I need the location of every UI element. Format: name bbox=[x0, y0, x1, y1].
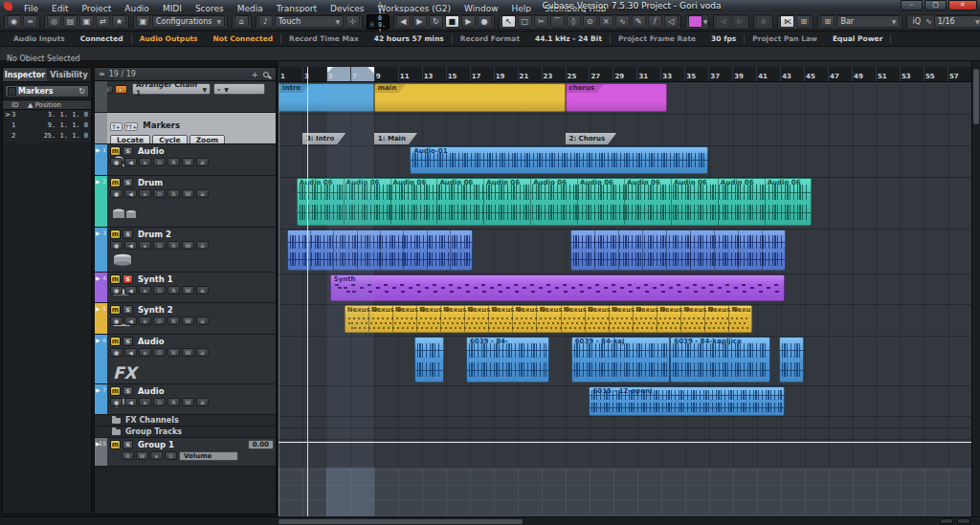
mute-tool[interactable]: × bbox=[599, 15, 613, 28]
audio-clip[interactable] bbox=[414, 337, 444, 383]
snap-type-button[interactable]: ⊞ bbox=[796, 15, 811, 28]
solo-button[interactable]: s bbox=[122, 386, 133, 396]
drum-2-clip[interactable] bbox=[570, 230, 787, 271]
color-dropdown-arrow[interactable]: ▼ bbox=[703, 18, 708, 25]
maximize-button[interactable]: ▢ bbox=[924, 0, 947, 11]
edit-channel-button[interactable]: e bbox=[139, 348, 151, 357]
freeze-button[interactable]: ⊙ bbox=[153, 398, 166, 406]
track-row-drum[interactable]: ▶2msDrum●◀e⊙RW≡ bbox=[95, 176, 276, 228]
freeze-button[interactable]: ⊙ bbox=[153, 286, 166, 295]
horizontal-scroll-thumb[interactable] bbox=[278, 519, 523, 524]
zoom-tool[interactable]: ⊙ bbox=[583, 15, 597, 28]
configurations-icon[interactable]: ▣ bbox=[136, 15, 150, 28]
automation-icon[interactable]: ♪ bbox=[258, 15, 273, 28]
freeze-button[interactable]: ⊙ bbox=[153, 317, 166, 325]
line-tool[interactable]: / bbox=[648, 15, 662, 28]
split-tool[interactable]: ✂ bbox=[534, 15, 548, 28]
go-to-next-marker-button[interactable]: ▶ bbox=[412, 15, 427, 28]
group-volume-automation-line[interactable] bbox=[278, 442, 971, 443]
arranger-icon[interactable]: ▸ bbox=[115, 85, 127, 94]
marker-table-header[interactable]: ID ▲ Position bbox=[3, 99, 91, 110]
synth-1-clip[interactable]: Synth bbox=[330, 274, 785, 301]
show-lanes-button[interactable]: ≡ bbox=[196, 317, 209, 325]
arranger-alt-select[interactable]: -▼ bbox=[213, 83, 265, 95]
show-lanes-button[interactable]: ≡ bbox=[196, 398, 209, 406]
locate-button[interactable]: Locate bbox=[110, 135, 150, 144]
glue-tool[interactable]: ⌒ bbox=[550, 15, 565, 28]
time-warp-tool[interactable]: ∿ bbox=[615, 15, 630, 28]
snap-on-off-button[interactable]: ⋉ bbox=[780, 15, 794, 28]
monitor-button[interactable]: ◀ bbox=[124, 398, 137, 406]
marker-table-row[interactable]: >33. 1. 1. 0 bbox=[3, 110, 91, 120]
track-row-synth-1[interactable]: ▶4msSynth 1●◀e⊙RW≡ bbox=[95, 273, 276, 303]
mute-button[interactable]: m bbox=[110, 440, 121, 449]
monitor-button[interactable]: ◀ bbox=[124, 317, 137, 325]
monitor-button[interactable]: ◀ bbox=[124, 189, 137, 198]
solo-button[interactable]: s bbox=[122, 305, 133, 315]
window-layout-button[interactable]: ▣ bbox=[79, 15, 94, 28]
quantize-select[interactable]: 1/16▼ bbox=[934, 15, 980, 28]
object-selection-tool[interactable]: ↖ bbox=[501, 15, 516, 28]
draw-tool[interactable]: ✎ bbox=[632, 15, 646, 28]
vertical-scroll-thumb[interactable] bbox=[973, 69, 979, 124]
tab-visibility[interactable]: Visibility bbox=[47, 68, 91, 81]
arranger-section-chorus[interactable]: chorus bbox=[566, 83, 667, 112]
configurations-select[interactable]: Configurations▼ bbox=[152, 15, 225, 28]
play-tool[interactable]: ◁ bbox=[664, 15, 679, 28]
add-cycle-marker-button[interactable]: TT+ bbox=[124, 122, 138, 131]
track-row-fx-channels[interactable]: FX Channels bbox=[95, 415, 276, 427]
show-lanes-button[interactable]: ≡ bbox=[196, 348, 209, 357]
solo-button[interactable]: s bbox=[122, 146, 133, 156]
color-tool-swatch[interactable] bbox=[688, 15, 702, 28]
edit-channel-button[interactable]: e bbox=[139, 189, 151, 198]
audio-clip[interactable]: 6039 - 84-kapljice bbox=[670, 337, 770, 383]
solo-button[interactable]: s bbox=[122, 230, 133, 239]
audio-clip[interactable]: 6039 - 84- bbox=[466, 337, 549, 383]
tab-inspector[interactable]: Inspector bbox=[3, 68, 47, 81]
write-automation-button[interactable]: W bbox=[136, 451, 148, 460]
constrain-delay-button[interactable]: ◎ bbox=[47, 15, 61, 28]
go-to-previous-marker-button[interactable]: ◀ bbox=[396, 15, 411, 28]
track-row-markers[interactable]: T+TT+MarkersLocateCycleZoom bbox=[95, 113, 276, 144]
read-automation-button[interactable]: R bbox=[167, 317, 180, 325]
automation-mode-select[interactable]: Touch▼ bbox=[275, 15, 344, 28]
activate-project-button[interactable]: ◉ bbox=[7, 15, 21, 28]
write-automation-button[interactable]: W bbox=[182, 348, 194, 357]
add-marker-button[interactable]: T+ bbox=[110, 122, 122, 131]
edit-channel-button[interactable]: e bbox=[139, 398, 151, 406]
group-volume-value[interactable]: 0.00 bbox=[248, 440, 274, 449]
mute-button[interactable]: m bbox=[110, 146, 121, 156]
record-enable-button[interactable]: ● bbox=[110, 398, 122, 406]
nudge-left-button[interactable]: ⊲ bbox=[716, 15, 730, 28]
play-button[interactable]: ▶ bbox=[461, 15, 476, 28]
freeze-button[interactable]: ⊙ bbox=[153, 348, 166, 357]
edit-channel-button[interactable]: e bbox=[139, 317, 151, 325]
record-enable-button[interactable]: ● bbox=[110, 241, 122, 250]
arranger-section-main[interactable]: main bbox=[374, 83, 566, 112]
add-track-button[interactable]: + bbox=[246, 70, 263, 79]
write-automation-button[interactable]: W bbox=[182, 317, 194, 325]
edit-channel-button[interactable]: e bbox=[139, 241, 151, 250]
write-automation-button[interactable]: W bbox=[182, 189, 194, 198]
track-list-button[interactable]: ≡ bbox=[23, 15, 37, 28]
audio-clip[interactable]: 6015 - 12-openj bbox=[589, 386, 785, 416]
track-row-drum-2[interactable]: ▶3msDrum 2●◀e⊙RW≡ bbox=[95, 228, 276, 273]
write-automation-button[interactable]: W bbox=[182, 241, 194, 250]
read-automation-button[interactable]: R bbox=[167, 398, 180, 406]
show-lanes-button[interactable]: ≡ bbox=[196, 241, 209, 250]
range-selection-tool[interactable]: □ bbox=[518, 15, 532, 28]
horizontal-zoom-control[interactable] bbox=[940, 518, 953, 524]
read-automation-button[interactable]: R bbox=[167, 348, 180, 357]
read-automation-button[interactable]: R bbox=[167, 241, 180, 250]
synth-2-clip[interactable]: Nexus 0Nexus 0Nexus 0Nexus 0Nexus 0Nexus… bbox=[345, 305, 753, 333]
folder-track-fx-channels[interactable]: FX Channels bbox=[95, 415, 276, 426]
cubase-app-icon[interactable] bbox=[4, 2, 12, 11]
track-list-menu-icon[interactable]: ≡ bbox=[95, 70, 109, 78]
edit-channel-button[interactable]: e bbox=[139, 286, 151, 295]
search-tracks-icon[interactable] bbox=[263, 72, 269, 77]
refresh-icon[interactable]: ↻ bbox=[78, 87, 88, 96]
track-row-synth-2[interactable]: ▶5msSynth 2●◀e⊙RW≡ bbox=[95, 303, 276, 335]
folder-track-group-tracks[interactable]: Group Tracks bbox=[95, 427, 276, 437]
close-button[interactable]: ✕ bbox=[948, 0, 977, 11]
record-button[interactable]: ● bbox=[478, 15, 492, 28]
